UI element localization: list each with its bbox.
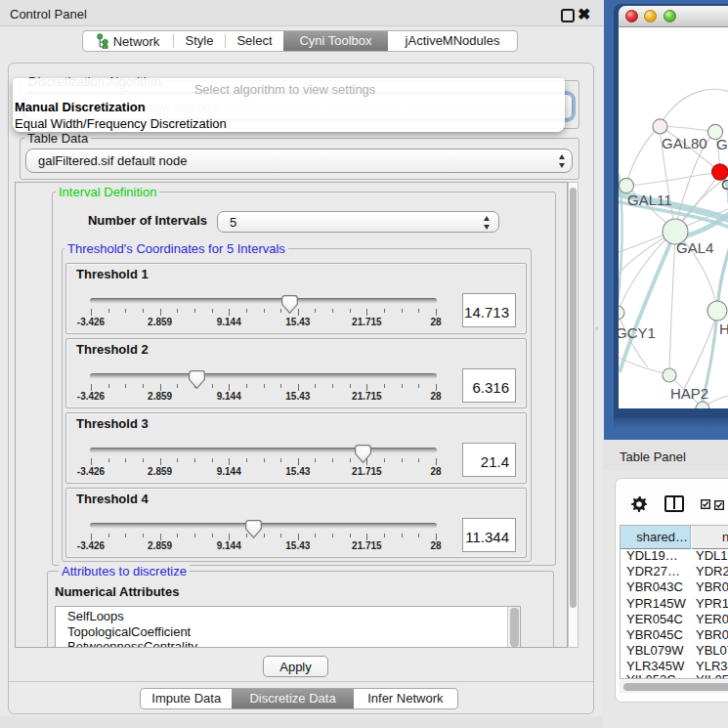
- svg-text:GA: GA: [716, 136, 728, 152]
- svg-text:GAL80: GAL80: [662, 135, 707, 151]
- svg-text:GAL4: GAL4: [676, 239, 713, 256]
- svg-text:H: H: [719, 321, 728, 337]
- svg-text:HAP2: HAP2: [670, 385, 708, 402]
- svg-text:GAL11: GAL11: [627, 192, 672, 208]
- svg-text:GCY1: GCY1: [619, 324, 656, 341]
- svg-text:C: C: [721, 176, 728, 193]
